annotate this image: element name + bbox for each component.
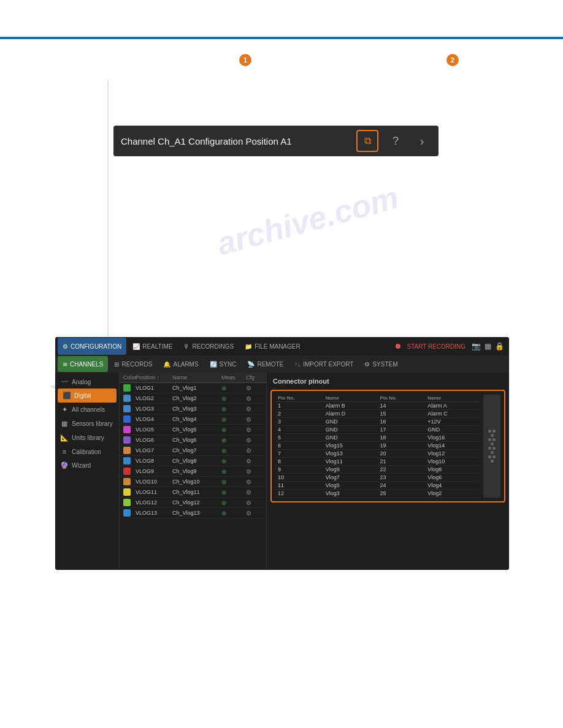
grid-icon[interactable]: ▦ <box>484 342 491 351</box>
nav-start-recording[interactable]: START RECORDING <box>402 338 470 355</box>
table-row[interactable]: VLOG1 Ch_Vlog1 ⊕ ⚙ <box>120 383 266 393</box>
nav-system[interactable]: ⚙ SYSTEM <box>359 356 402 372</box>
sync-nav-icon: 🔄 <box>210 361 217 368</box>
nav-filemanager[interactable]: 📁 FILE MANAGER <box>240 338 305 355</box>
table-row[interactable]: VLOG5 Ch_Vlog5 ⊕ ⚙ <box>120 425 266 435</box>
lock-icon[interactable]: 🔒 <box>495 342 504 351</box>
nav-remote-label: REMOTE <box>257 361 283 368</box>
connector-pin-dot <box>488 430 491 433</box>
table-row[interactable]: VLOG2 Ch_Vlog2 ⊕ ⚙ <box>120 393 266 404</box>
sidebar-allchannels[interactable]: ✦ All channels <box>55 403 119 417</box>
pin-name-left: GND <box>323 434 378 442</box>
pinout-row: 12 Vlog3 25 Vlog2 <box>275 490 480 498</box>
configure-icon[interactable]: ⚙ <box>246 406 258 412</box>
header-measurements: Meas. <box>221 374 246 381</box>
pinout-row: 4 GND 17 GND <box>275 426 480 434</box>
channel-position: VLOG12 <box>136 499 172 506</box>
badge-1: 1 <box>239 54 251 66</box>
channel-position: VLOG8 <box>136 458 172 464</box>
table-row[interactable]: VLOG4 Ch_Vlog4 ⊕ ⚙ <box>120 414 266 425</box>
nav-configuration[interactable]: ⚙ CONFIGURATION <box>58 338 126 355</box>
pin-name-left: GND <box>323 418 378 426</box>
configure-icon[interactable]: ⚙ <box>246 416 258 423</box>
sensors-icon: ▦ <box>60 420 69 428</box>
nav-import-export[interactable]: ↑↓ IMPORT EXPORT <box>289 356 358 372</box>
copy-config-button[interactable]: ⧉ <box>356 130 378 152</box>
table-row[interactable]: VLOG10 Ch_Vlog10 ⊕ ⚙ <box>120 477 266 487</box>
measurements-icon[interactable]: ⊕ <box>221 510 246 517</box>
pinout-row: 9 Vlog9 22 Vlog8 <box>275 466 480 474</box>
camera-icon[interactable]: 📷 <box>472 342 481 351</box>
nav-alarms[interactable]: 🔔 ALARMS <box>158 356 203 372</box>
connector-pin-dot <box>492 455 496 458</box>
measurements-icon[interactable]: ⊕ <box>221 395 246 402</box>
measurements-icon[interactable]: ⊕ <box>221 437 246 444</box>
measurements-icon[interactable]: ⊕ <box>221 447 246 454</box>
table-row[interactable]: VLOG9 Ch_Vlog9 ⊕ ⚙ <box>120 466 266 477</box>
measurements-icon[interactable]: ⊕ <box>221 406 246 412</box>
analog-icon: 〰 <box>60 378 69 385</box>
sidebar-analog[interactable]: 〰 Analog <box>55 375 119 389</box>
nav-realtime[interactable]: 📈 REALTIME <box>128 338 177 355</box>
second-nav: ≋ CHANNELS ⊞ RECORDS 🔔 ALARMS 🔄 SYNC 📡 R… <box>55 355 509 373</box>
sidebar-wizard[interactable]: 🔮 Wizard <box>55 458 119 472</box>
sidebar-digital[interactable]: ⬛ Digital <box>58 389 117 403</box>
table-row[interactable]: VLOG11 Ch_Vlog11 ⊕ ⚙ <box>120 487 266 498</box>
table-row[interactable]: VLOG7 Ch_Vlog7 ⊕ ⚙ <box>120 446 266 456</box>
measurements-icon[interactable]: ⊕ <box>221 468 246 475</box>
nav-recordings[interactable]: 🎙 RECORDINGS <box>178 338 239 355</box>
measurements-icon[interactable]: ⊕ <box>221 427 246 433</box>
nav-sync[interactable]: 🔄 SYNC <box>205 356 242 372</box>
channel-color <box>123 478 136 485</box>
nav-records[interactable]: ⊞ RECORDS <box>109 356 157 372</box>
table-row[interactable]: VLOG8 Ch_Vlog8 ⊕ ⚙ <box>120 456 266 466</box>
pinout-row: 3 GND 16 +12V <box>275 418 480 426</box>
channel-list: Color Position ↑ Name Meas. Cfg VLOG1 Ch… <box>120 373 267 570</box>
configure-icon[interactable]: ⚙ <box>246 479 258 485</box>
connector-visual <box>483 395 500 498</box>
pin-name-left: Vlog5 <box>323 482 378 490</box>
sidebar-calibration[interactable]: ≡ Calibration <box>55 445 119 458</box>
configure-icon[interactable]: ⚙ <box>246 468 258 475</box>
measurements-icon[interactable]: ⊕ <box>221 489 246 496</box>
sidebar-sensorslibrary[interactable]: ▦ Sensors library <box>55 417 119 431</box>
measurements-icon[interactable]: ⊕ <box>221 416 246 423</box>
table-row[interactable]: VLOG13 Ch_Vlog13 ⊕ ⚙ <box>120 508 266 518</box>
measurements-icon[interactable]: ⊕ <box>221 458 246 464</box>
system-nav-icon: ⚙ <box>364 361 370 368</box>
nav-remote[interactable]: 📡 REMOTE <box>242 356 288 372</box>
digital-icon: ⬛ <box>63 392 71 400</box>
configure-icon[interactable]: ⚙ <box>246 427 258 433</box>
sidebar-wizard-label: Wizard <box>72 462 91 469</box>
measurements-icon[interactable]: ⊕ <box>221 499 246 506</box>
nav-recordings-label: RECORDINGS <box>192 343 234 350</box>
table-row[interactable]: VLOG3 Ch_Vlog3 ⊕ ⚙ <box>120 404 266 414</box>
table-row[interactable]: VLOG12 Ch_Vlog12 ⊕ ⚙ <box>120 498 266 508</box>
table-row[interactable]: VLOG6 Ch_Vlog6 ⊕ ⚙ <box>120 435 266 446</box>
next-button[interactable]: › <box>413 132 431 150</box>
help-button[interactable]: ? <box>385 130 407 152</box>
configure-icon[interactable]: ⚙ <box>246 437 258 444</box>
pin-name-right: Vlog2 <box>425 490 480 498</box>
pin-number-left: 3 <box>275 418 323 426</box>
configure-icon[interactable]: ⚙ <box>246 499 258 506</box>
channel-color <box>123 384 136 392</box>
configure-icon[interactable]: ⚙ <box>246 510 258 517</box>
app-window: ⚙ CONFIGURATION 📈 REALTIME 🎙 RECORDINGS … <box>55 337 509 570</box>
pin-name-right: Alarm C <box>425 410 480 418</box>
configure-icon[interactable]: ⚙ <box>246 385 258 392</box>
sidebar-allchannels-label: All channels <box>72 406 105 413</box>
sidebar-unitslibrary[interactable]: 📐 Units library <box>55 431 119 445</box>
nav-channels[interactable]: ≋ CHANNELS <box>58 356 108 372</box>
pin-number-left: 11 <box>275 482 323 490</box>
configure-icon[interactable]: ⚙ <box>246 395 258 402</box>
measurements-icon[interactable]: ⊕ <box>221 479 246 485</box>
configure-icon[interactable]: ⚙ <box>246 447 258 454</box>
configure-icon[interactable]: ⚙ <box>246 458 258 464</box>
channel-name: Ch_Vlog9 <box>172 468 221 474</box>
channel-name: Ch_Vlog8 <box>172 458 221 464</box>
records-nav-icon: ⊞ <box>114 361 119 368</box>
pin-name-right: Alarm A <box>425 402 480 410</box>
measurements-icon[interactable]: ⊕ <box>221 385 246 392</box>
configure-icon[interactable]: ⚙ <box>246 489 258 496</box>
